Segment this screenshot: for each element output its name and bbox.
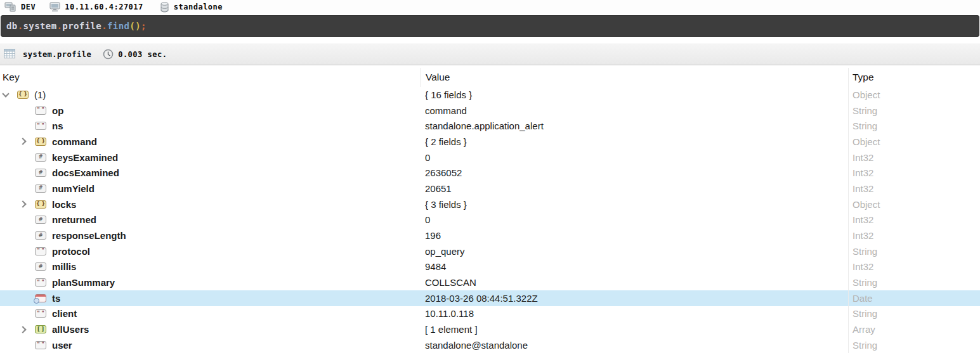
type-cell-text: String bbox=[853, 105, 877, 116]
value-cell: op_query bbox=[421, 243, 848, 259]
connection-bar: DEV 10.11.60.4:27017 standalone bbox=[0, 0, 980, 14]
table-row[interactable]: nreturned 0 Int32 bbox=[0, 212, 980, 228]
database-label: standalone bbox=[174, 3, 223, 11]
elapsed-time-label: 0.003 sec. bbox=[118, 50, 167, 59]
table-row[interactable]: keysExamined 0 Int32 bbox=[0, 150, 980, 165]
expander-chevron-icon[interactable] bbox=[20, 200, 27, 208]
type-cell: Int32 bbox=[848, 228, 980, 243]
table-row[interactable]: command { 2 fields } Object bbox=[0, 134, 980, 150]
type-cell: Int32 bbox=[848, 150, 980, 165]
type-cell-text: String bbox=[853, 277, 877, 288]
key-cell-text: numYield bbox=[52, 183, 95, 194]
expander-chevron-icon[interactable] bbox=[20, 138, 27, 145]
type-cell: String bbox=[848, 103, 980, 119]
key-cell-text: ts bbox=[52, 293, 60, 304]
key-cell: protocol bbox=[0, 243, 421, 259]
expander-chevron-icon bbox=[20, 216, 27, 224]
type-cell-text: Int32 bbox=[853, 152, 873, 163]
value-cell-text: command bbox=[425, 105, 467, 116]
value-cell: command bbox=[421, 103, 848, 119]
table-row[interactable]: locks { 3 fields } Object bbox=[0, 197, 980, 212]
expander-chevron-icon bbox=[20, 153, 27, 161]
value-cell: standalone@standalone bbox=[421, 337, 848, 353]
type-cell-text: String bbox=[853, 246, 877, 257]
value-cell-text: 2018-03-26 08:44:51.322Z bbox=[425, 293, 538, 304]
expander-chevron-icon bbox=[20, 341, 27, 349]
expander-chevron-icon bbox=[20, 232, 27, 240]
table-row[interactable]: user standalone@standalone String bbox=[0, 337, 980, 353]
value-cell-text: 20651 bbox=[425, 183, 452, 194]
type-cell: Int32 bbox=[848, 181, 980, 197]
expander-chevron-icon[interactable] bbox=[20, 326, 27, 333]
int-icon bbox=[35, 262, 46, 271]
key-cell: locks bbox=[0, 197, 421, 212]
value-cell-text: COLLSCAN bbox=[425, 277, 476, 288]
table-row[interactable]: millis 9484 Int32 bbox=[0, 259, 980, 275]
value-cell-text: 9484 bbox=[425, 261, 446, 272]
table-row[interactable]: ts 2018-03-26 08:44:51.322Z Date bbox=[0, 290, 980, 306]
type-cell: String bbox=[848, 306, 980, 322]
type-cell: String bbox=[848, 118, 980, 134]
key-cell-text: keysExamined bbox=[52, 152, 118, 163]
key-cell: ns bbox=[0, 118, 421, 134]
value-cell: 9484 bbox=[421, 259, 848, 275]
type-cell-text: Int32 bbox=[853, 167, 873, 178]
value-cell-text: 10.11.0.118 bbox=[425, 308, 474, 319]
value-cell-text: standalone.application_alert bbox=[425, 120, 544, 131]
value-cell-text: { 2 fields } bbox=[425, 136, 467, 147]
string-icon bbox=[35, 122, 46, 130]
table-row[interactable]: client 10.11.0.118 String bbox=[0, 306, 980, 322]
table-row[interactable]: ns standalone.application_alert String bbox=[0, 118, 980, 134]
table-row[interactable]: allUsers [ 1 element ] Array bbox=[0, 321, 980, 337]
expander-chevron-icon bbox=[20, 122, 27, 130]
query-text[interactable]: db.system.profile.find(); bbox=[6, 21, 147, 31]
key-cell-text: (1) bbox=[34, 89, 46, 100]
key-cell-text: docsExamined bbox=[52, 167, 119, 178]
expander-chevron-icon bbox=[20, 294, 27, 302]
type-cell-text: Object bbox=[853, 136, 880, 147]
key-cell: keysExamined bbox=[0, 150, 421, 165]
query-editor[interactable]: db.system.profile.find(); bbox=[1, 15, 979, 37]
table-row[interactable]: numYield 20651 Int32 bbox=[0, 181, 980, 197]
header-key[interactable]: Key bbox=[0, 68, 421, 87]
query-token: db bbox=[6, 21, 18, 31]
key-cell: ts bbox=[0, 290, 421, 306]
query-token: find bbox=[107, 21, 129, 31]
type-cell: String bbox=[848, 337, 980, 353]
collection-tab-label[interactable]: system.profile bbox=[23, 50, 91, 59]
value-cell-text: 0 bbox=[425, 214, 430, 225]
table-row[interactable]: docsExamined 2636052 Int32 bbox=[0, 165, 980, 181]
value-cell: 196 bbox=[421, 228, 848, 243]
table-row[interactable]: op command String bbox=[0, 103, 980, 119]
key-cell: numYield bbox=[0, 181, 421, 197]
int-icon bbox=[35, 184, 46, 193]
table-row[interactable]: responseLength 196 Int32 bbox=[0, 228, 980, 243]
string-icon bbox=[35, 341, 46, 349]
type-cell: String bbox=[848, 243, 980, 259]
key-cell: allUsers bbox=[0, 321, 421, 337]
int-icon bbox=[35, 169, 46, 177]
type-cell: Array bbox=[848, 321, 980, 337]
header-value[interactable]: Value bbox=[421, 68, 848, 87]
expander-chevron-icon bbox=[20, 263, 27, 271]
table-row[interactable]: (1) { 16 fields } Object bbox=[0, 87, 980, 103]
table-row[interactable]: protocol op_query String bbox=[0, 243, 980, 259]
value-cell-text: standalone@standalone bbox=[425, 340, 528, 351]
expander-chevron-icon bbox=[20, 184, 27, 192]
value-cell-text: [ 1 element ] bbox=[425, 324, 478, 335]
value-cell: [ 1 element ] bbox=[421, 321, 848, 337]
header-type[interactable]: Type bbox=[848, 68, 980, 87]
key-cell-text: nreturned bbox=[52, 214, 96, 225]
value-cell-text: { 16 fields } bbox=[425, 89, 472, 100]
type-cell-text: String bbox=[853, 340, 877, 351]
value-cell-text: 2636052 bbox=[425, 167, 462, 178]
int-icon bbox=[35, 231, 46, 240]
type-cell: Object bbox=[848, 197, 980, 212]
date-icon bbox=[35, 294, 46, 302]
dev-environment-icon bbox=[4, 2, 16, 12]
key-cell: user bbox=[0, 337, 421, 353]
table-row[interactable]: planSummary COLLSCAN String bbox=[0, 274, 980, 290]
query-token: . bbox=[18, 21, 23, 31]
expander-chevron-icon[interactable] bbox=[2, 91, 10, 98]
database-icon bbox=[160, 2, 169, 13]
